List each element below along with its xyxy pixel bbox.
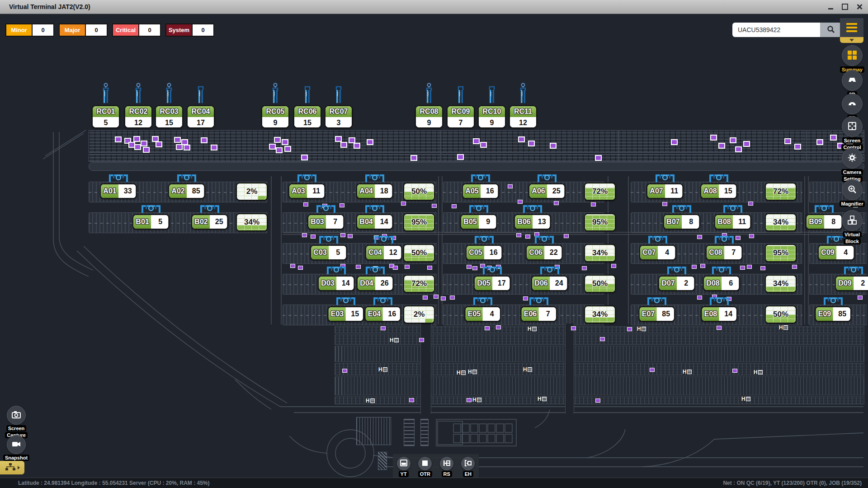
occupancy-badge[interactable]: 72% (584, 183, 616, 201)
block-badge-a04[interactable]: A0418 (356, 183, 393, 199)
occupancy-badge[interactable]: 50% (403, 244, 435, 262)
quay-crane-rc03[interactable]: RC0315 (155, 83, 183, 128)
occupancy-badge[interactable]: 95% (584, 213, 616, 231)
block-badge-a05[interactable]: A0516 (462, 183, 499, 199)
quay-crane-rc08[interactable]: RC089 (415, 83, 443, 128)
occupancy-badge[interactable]: 2% (236, 183, 268, 201)
occupancy-value: 50% (404, 183, 434, 200)
otr-button[interactable] (418, 457, 432, 470)
block-badge-c04[interactable]: C0412 (365, 245, 402, 260)
trailer-marker: H (637, 327, 646, 331)
video-icon (11, 439, 21, 450)
block-badge-a08[interactable]: A0815 (700, 183, 737, 199)
eh-button[interactable] (461, 457, 475, 470)
block-badge-c06[interactable]: C0622 (526, 245, 562, 260)
block-badge-e04[interactable]: E0416 (365, 306, 401, 322)
block-badge-a02[interactable]: A0285 (168, 183, 205, 199)
block-badge-c07[interactable]: C074 (639, 245, 676, 260)
occupancy-badge[interactable]: 95% (403, 213, 435, 231)
block-badge-b03[interactable]: B037 (307, 214, 344, 230)
quay-crane-rc04[interactable]: RC0417 (187, 83, 215, 128)
camera-button[interactable] (842, 148, 863, 169)
block-badge-b07[interactable]: B078 (663, 214, 700, 230)
quay-crane-rc06[interactable]: RC0615 (293, 83, 321, 128)
container-marker (718, 143, 725, 149)
quay-crane-rc10[interactable]: RC109 (478, 83, 506, 128)
crane-count: 9 (479, 118, 505, 127)
block-badge-b04[interactable]: B0414 (356, 214, 393, 230)
block-badge-b02[interactable]: B0225 (191, 214, 228, 230)
2d-button[interactable] (842, 70, 863, 91)
block-count: 4 (484, 307, 500, 321)
quay-crane-rc07[interactable]: RC073 (325, 83, 353, 128)
occupancy-badge[interactable]: 34% (765, 213, 797, 231)
rs-button[interactable] (440, 457, 453, 470)
block-id: A07 (647, 184, 666, 198)
screen-button[interactable] (7, 406, 26, 425)
block-badge-d03[interactable]: D0314 (318, 276, 354, 291)
yt-button[interactable] (397, 457, 410, 470)
occupancy-badge[interactable]: 50% (584, 275, 616, 293)
quay-crane-rc02[interactable]: RC0212 (124, 83, 152, 128)
block-badge-c05[interactable]: C0516 (466, 245, 502, 260)
3d-button[interactable] (842, 94, 863, 114)
block-badge-d06[interactable]: D0624 (531, 276, 568, 291)
block-id: E06 (522, 307, 540, 321)
block-badge-a03[interactable]: A0311 (288, 183, 325, 199)
quay-crane-rc09[interactable]: RC097 (447, 83, 475, 128)
trailer-marker: H (683, 370, 692, 374)
block-badge-d07[interactable]: D072 (658, 276, 695, 291)
occupancy-badge[interactable]: 50% (403, 183, 435, 201)
close-button[interactable] (855, 3, 863, 11)
rtg-crane-icon (373, 296, 393, 307)
occupancy-badge[interactable]: 34% (584, 305, 616, 324)
rtg-crane-icon (482, 265, 503, 277)
occupancy-badge[interactable]: 72% (403, 275, 435, 293)
block-count: 16 (384, 307, 400, 321)
occupancy-badge[interactable]: 95% (765, 244, 797, 262)
minimize-button[interactable] (826, 3, 835, 11)
maximize-button[interactable] (841, 3, 849, 11)
block-badge-e05[interactable]: E054 (465, 306, 501, 322)
occupancy-badge[interactable]: 2% (403, 305, 435, 324)
block-id: B01 (133, 215, 152, 229)
block-badge-a07[interactable]: A0711 (646, 183, 683, 199)
magnifier-button[interactable] (842, 179, 863, 200)
sidebar-item-magnifier: Magnifier (839, 179, 866, 207)
block-badge-b08[interactable]: B0811 (714, 214, 751, 230)
block-badge-a01[interactable]: A0133 (100, 183, 137, 199)
summay-button[interactable] (842, 45, 863, 66)
block-count: 25 (548, 184, 565, 198)
crane-id: RC07 (326, 106, 352, 118)
search-input[interactable] (732, 23, 820, 37)
block-badge-d04[interactable]: D0426 (357, 276, 393, 291)
virtual-button[interactable] (842, 210, 863, 231)
block-badge-e06[interactable]: E067 (521, 306, 557, 322)
quay-crane-rc05[interactable]: RC059 (261, 83, 289, 128)
tree-panel-tab[interactable] (0, 461, 24, 474)
occupancy-badge[interactable]: 34% (584, 244, 616, 262)
crane-id: RC08 (416, 106, 442, 118)
block-badge-b05[interactable]: B059 (460, 214, 497, 230)
block-badge-d08[interactable]: D086 (703, 276, 740, 291)
occupancy-badge[interactable]: 50% (765, 305, 797, 324)
block-badge-e07[interactable]: E0785 (639, 306, 675, 322)
quay-crane-rc11[interactable]: RC1112 (509, 83, 537, 128)
container-marker (290, 264, 295, 268)
block-badge-b06[interactable]: B0613 (514, 214, 551, 230)
block-badge-e03[interactable]: E0315 (328, 306, 364, 322)
block-badge-a06[interactable]: A0625 (528, 183, 565, 199)
occupancy-badge[interactable]: 72% (765, 183, 797, 201)
block-badge-b01[interactable]: B015 (132, 214, 169, 230)
sitemap-icon (5, 463, 16, 473)
block-badge-b09[interactable]: B098 (806, 214, 842, 230)
screen-button[interactable] (842, 116, 863, 137)
block-badge-c08[interactable]: C087 (706, 245, 742, 260)
block-badge-e08[interactable]: E0814 (701, 306, 737, 322)
occupancy-badge[interactable]: 34% (236, 213, 268, 231)
quay-crane-rc01[interactable]: RC015 (92, 83, 120, 128)
occupancy-badge[interactable]: 34% (765, 275, 797, 293)
snapshot-button[interactable] (7, 435, 26, 454)
block-badge-d05[interactable]: D0517 (474, 276, 510, 291)
block-badge-c03[interactable]: C035 (310, 245, 347, 260)
